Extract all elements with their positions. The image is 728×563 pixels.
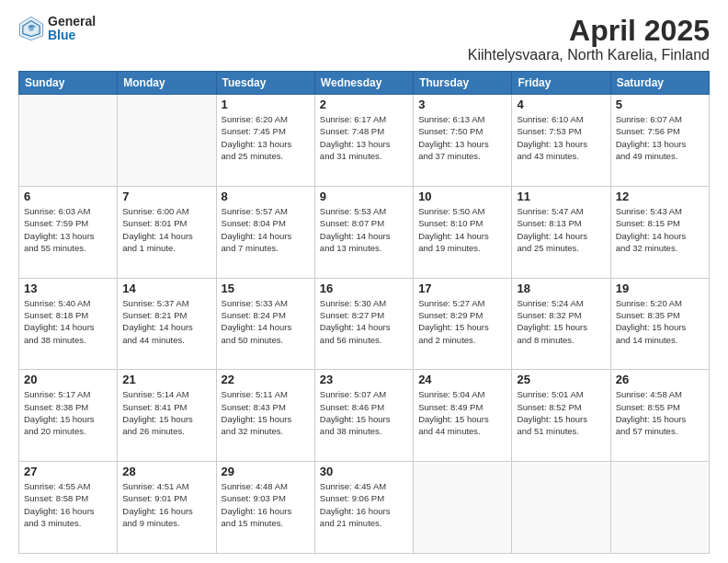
weekday-header: Wednesday: [314, 72, 413, 95]
day-info: Sunrise: 6:03 AM Sunset: 7:59 PM Dayligh…: [24, 205, 112, 254]
day-info: Sunrise: 5:27 AM Sunset: 8:29 PM Dayligh…: [418, 297, 506, 346]
calendar-day-cell: 16Sunrise: 5:30 AM Sunset: 8:27 PM Dayli…: [314, 278, 413, 370]
calendar-day-cell: 20Sunrise: 5:17 AM Sunset: 8:38 PM Dayli…: [19, 370, 118, 462]
logo-blue-text: Blue: [48, 29, 96, 42]
calendar-day-cell: 18Sunrise: 5:24 AM Sunset: 8:32 PM Dayli…: [512, 278, 610, 370]
day-number: 9: [320, 190, 408, 203]
calendar-day-cell: 22Sunrise: 5:11 AM Sunset: 8:43 PM Dayli…: [216, 370, 314, 462]
calendar-day-cell: [414, 462, 512, 554]
day-info: Sunrise: 5:57 AM Sunset: 8:04 PM Dayligh…: [222, 205, 310, 254]
weekday-row: SundayMondayTuesdayWednesdayThursdayFrid…: [19, 72, 710, 95]
calendar-day-cell: 8Sunrise: 5:57 AM Sunset: 8:04 PM Daylig…: [216, 186, 314, 278]
day-number: 22: [222, 373, 310, 386]
title-block: April 2025 Kiihtelysvaara, North Karelia…: [468, 15, 710, 63]
calendar-day-cell: 25Sunrise: 5:01 AM Sunset: 8:52 PM Dayli…: [512, 370, 610, 462]
day-number: 14: [122, 282, 210, 295]
day-info: Sunrise: 4:45 AM Sunset: 9:06 PM Dayligh…: [320, 480, 408, 529]
calendar-day-cell: [19, 95, 118, 187]
day-info: Sunrise: 4:51 AM Sunset: 9:01 PM Dayligh…: [122, 480, 210, 529]
day-number: 13: [24, 282, 112, 295]
calendar-day-cell: 26Sunrise: 4:58 AM Sunset: 8:55 PM Dayli…: [610, 370, 709, 462]
day-number: 15: [222, 282, 310, 295]
day-info: Sunrise: 5:20 AM Sunset: 8:35 PM Dayligh…: [616, 297, 704, 346]
day-info: Sunrise: 5:40 AM Sunset: 8:18 PM Dayligh…: [24, 297, 112, 346]
calendar-day-cell: 14Sunrise: 5:37 AM Sunset: 8:21 PM Dayli…: [118, 278, 216, 370]
weekday-header: Tuesday: [216, 72, 314, 95]
svg-point-3: [28, 27, 34, 32]
calendar-day-cell: 28Sunrise: 4:51 AM Sunset: 9:01 PM Dayli…: [118, 462, 216, 554]
logo-general-text: General: [48, 15, 96, 29]
day-info: Sunrise: 5:04 AM Sunset: 8:49 PM Dayligh…: [418, 388, 506, 437]
day-number: 18: [517, 282, 605, 295]
day-info: Sunrise: 5:17 AM Sunset: 8:38 PM Dayligh…: [24, 388, 112, 437]
calendar-header: SundayMondayTuesdayWednesdayThursdayFrid…: [19, 72, 710, 95]
weekday-header: Thursday: [414, 72, 512, 95]
weekday-header: Monday: [118, 72, 216, 95]
day-number: 30: [320, 465, 408, 478]
calendar-day-cell: 9Sunrise: 5:53 AM Sunset: 8:07 PM Daylig…: [314, 186, 413, 278]
weekday-header: Saturday: [610, 72, 709, 95]
day-info: Sunrise: 5:53 AM Sunset: 8:07 PM Dayligh…: [320, 205, 408, 254]
calendar-day-cell: 13Sunrise: 5:40 AM Sunset: 8:18 PM Dayli…: [19, 278, 118, 370]
calendar-day-cell: 5Sunrise: 6:07 AM Sunset: 7:56 PM Daylig…: [610, 95, 709, 187]
day-info: Sunrise: 5:30 AM Sunset: 8:27 PM Dayligh…: [320, 297, 408, 346]
calendar-day-cell: 7Sunrise: 6:00 AM Sunset: 8:01 PM Daylig…: [118, 186, 216, 278]
calendar-day-cell: 1Sunrise: 6:20 AM Sunset: 7:45 PM Daylig…: [216, 95, 314, 187]
day-number: 27: [24, 465, 112, 478]
day-number: 29: [222, 465, 310, 478]
day-number: 19: [616, 282, 704, 295]
day-info: Sunrise: 5:07 AM Sunset: 8:46 PM Dayligh…: [320, 388, 408, 437]
day-info: Sunrise: 5:33 AM Sunset: 8:24 PM Dayligh…: [222, 297, 310, 346]
calendar-day-cell: 2Sunrise: 6:17 AM Sunset: 7:48 PM Daylig…: [314, 95, 413, 187]
day-number: 26: [616, 373, 704, 386]
calendar-day-cell: 4Sunrise: 6:10 AM Sunset: 7:53 PM Daylig…: [512, 95, 610, 187]
calendar-week-row: 20Sunrise: 5:17 AM Sunset: 8:38 PM Dayli…: [19, 370, 710, 462]
calendar-day-cell: 12Sunrise: 5:43 AM Sunset: 8:15 PM Dayli…: [610, 186, 709, 278]
calendar-day-cell: [118, 95, 216, 187]
day-number: 8: [222, 190, 310, 203]
day-info: Sunrise: 4:58 AM Sunset: 8:55 PM Dayligh…: [616, 388, 704, 437]
calendar-day-cell: 21Sunrise: 5:14 AM Sunset: 8:41 PM Dayli…: [118, 370, 216, 462]
day-info: Sunrise: 5:47 AM Sunset: 8:13 PM Dayligh…: [517, 205, 605, 254]
day-number: 12: [616, 190, 704, 203]
calendar-title: April 2025: [468, 15, 710, 47]
calendar-day-cell: 30Sunrise: 4:45 AM Sunset: 9:06 PM Dayli…: [314, 462, 413, 554]
day-info: Sunrise: 5:01 AM Sunset: 8:52 PM Dayligh…: [517, 388, 605, 437]
day-number: 24: [418, 373, 506, 386]
day-number: 5: [616, 98, 704, 111]
day-info: Sunrise: 6:00 AM Sunset: 8:01 PM Dayligh…: [122, 205, 210, 254]
day-number: 28: [122, 465, 210, 478]
calendar-day-cell: 3Sunrise: 6:13 AM Sunset: 7:50 PM Daylig…: [414, 95, 512, 187]
day-info: Sunrise: 4:55 AM Sunset: 8:58 PM Dayligh…: [24, 480, 112, 529]
calendar-day-cell: 6Sunrise: 6:03 AM Sunset: 7:59 PM Daylig…: [19, 186, 118, 278]
day-info: Sunrise: 6:17 AM Sunset: 7:48 PM Dayligh…: [320, 113, 408, 162]
calendar-day-cell: 27Sunrise: 4:55 AM Sunset: 8:58 PM Dayli…: [19, 462, 118, 554]
calendar-day-cell: 23Sunrise: 5:07 AM Sunset: 8:46 PM Dayli…: [314, 370, 413, 462]
logo-text: General Blue: [48, 15, 96, 43]
day-info: Sunrise: 5:14 AM Sunset: 8:41 PM Dayligh…: [122, 388, 210, 437]
day-number: 25: [517, 373, 605, 386]
calendar-day-cell: 19Sunrise: 5:20 AM Sunset: 8:35 PM Dayli…: [610, 278, 709, 370]
calendar-week-row: 27Sunrise: 4:55 AM Sunset: 8:58 PM Dayli…: [19, 462, 710, 554]
day-number: 20: [24, 373, 112, 386]
day-info: Sunrise: 5:43 AM Sunset: 8:15 PM Dayligh…: [616, 205, 704, 254]
day-info: Sunrise: 5:50 AM Sunset: 8:10 PM Dayligh…: [418, 205, 506, 254]
calendar-day-cell: [512, 462, 610, 554]
day-info: Sunrise: 5:24 AM Sunset: 8:32 PM Dayligh…: [517, 297, 605, 346]
day-number: 4: [517, 98, 605, 111]
calendar-day-cell: 24Sunrise: 5:04 AM Sunset: 8:49 PM Dayli…: [414, 370, 512, 462]
day-number: 10: [418, 190, 506, 203]
day-number: 3: [418, 98, 506, 111]
day-number: 11: [517, 190, 605, 203]
day-number: 2: [320, 98, 408, 111]
day-info: Sunrise: 6:20 AM Sunset: 7:45 PM Dayligh…: [222, 113, 310, 162]
calendar-day-cell: [610, 462, 709, 554]
day-number: 7: [122, 190, 210, 203]
calendar-week-row: 6Sunrise: 6:03 AM Sunset: 7:59 PM Daylig…: [19, 186, 710, 278]
day-number: 6: [24, 190, 112, 203]
day-number: 23: [320, 373, 408, 386]
day-info: Sunrise: 6:13 AM Sunset: 7:50 PM Dayligh…: [418, 113, 506, 162]
day-number: 1: [222, 98, 310, 111]
calendar-day-cell: 11Sunrise: 5:47 AM Sunset: 8:13 PM Dayli…: [512, 186, 610, 278]
day-number: 16: [320, 282, 408, 295]
